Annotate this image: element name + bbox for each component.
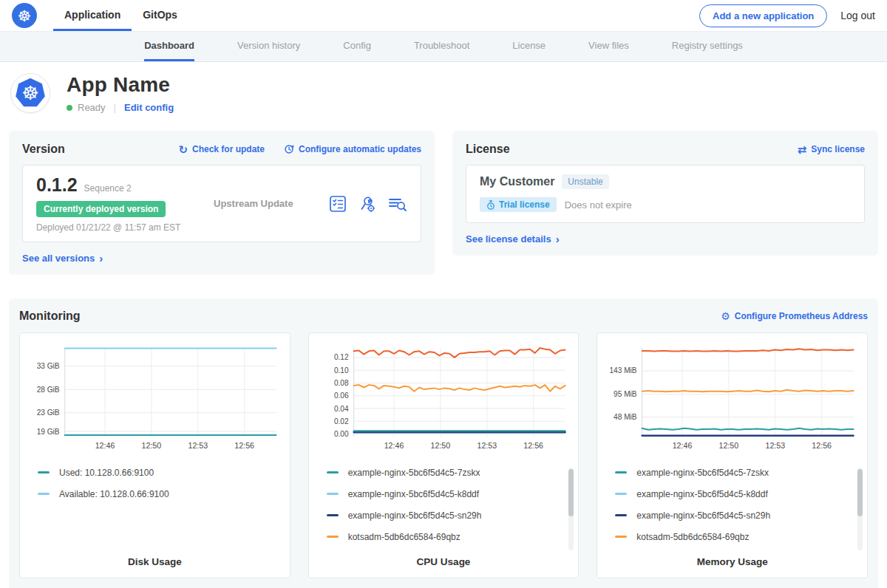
svg-text:23 GiB: 23 GiB [37, 408, 60, 417]
scrollbar-thumb[interactable] [568, 469, 574, 516]
version-source-label: Upstream Update [206, 198, 329, 209]
legend-color-dash [327, 493, 339, 495]
chevron-right-icon: › [556, 233, 560, 245]
legend-scrollbar[interactable] [857, 468, 863, 550]
svg-text:0.12: 0.12 [334, 354, 349, 362]
check-for-update-link[interactable]: ↻ Check for update [178, 144, 265, 155]
subnav-item-dashboard[interactable]: Dashboard [144, 32, 194, 61]
trial-license-badge: Trial license [480, 197, 557, 212]
deployed-timestamp: Deployed 01/21/22 @ 11:57 am EST [36, 222, 206, 233]
svg-text:12:46: 12:46 [384, 441, 404, 450]
legend-color-dash [615, 536, 627, 538]
legend-item: example-nginx-5bc6f5d4c5-sn29h [605, 505, 860, 526]
svg-text:0.10: 0.10 [334, 366, 349, 375]
trial-license-label: Trial license [499, 199, 550, 210]
svg-text:12:50: 12:50 [719, 441, 739, 450]
legend-color-dash [38, 493, 50, 495]
deploy-logs-icon[interactable] [388, 195, 407, 213]
legend-label: example-nginx-5bc6f5d4c5-k8ddf [348, 489, 479, 499]
svg-text:19 GiB: 19 GiB [37, 428, 60, 436]
top-nav-right: Add a new application Log out [699, 4, 875, 27]
disk-usage-chart-card: 33 GiB28 GiB23 GiB19 GiB12:4612:5012:531… [19, 332, 290, 578]
legend-scrollbar[interactable] [568, 468, 574, 550]
svg-text:12:46: 12:46 [673, 441, 693, 450]
legend-color-dash [327, 536, 339, 538]
subnav-item-version-history[interactable]: Version history [237, 32, 300, 61]
version-sequence: Sequence 2 [84, 183, 132, 194]
chart-legend: example-nginx-5bc6f5d4c5-7zskxexample-ng… [605, 462, 860, 549]
disk-usage-chart: 33 GiB28 GiB23 GiB19 GiB12:4612:5012:531… [27, 342, 282, 454]
tab-application[interactable]: Application [53, 0, 132, 31]
config-wrench-icon[interactable] [358, 195, 376, 213]
sync-license-label: Sync license [811, 144, 865, 154]
subnav-item-troubleshoot[interactable]: Troubleshoot [414, 32, 469, 61]
legend-label: example-nginx-5bc6f5d4c5-sn29h [636, 510, 770, 521]
legend-label: example-nginx-5bc6f5d4c5-k8ddf [636, 489, 767, 499]
configure-automatic-updates-link[interactable]: Configure automatic updates [284, 144, 421, 154]
legend-label: example-nginx-5bc6f5d4c5-7zskx [636, 468, 769, 478]
svg-text:95 MiB: 95 MiB [614, 390, 637, 398]
subnav-item-registry-settings[interactable]: Registry settings [672, 32, 743, 61]
status-dot-icon [67, 105, 72, 111]
svg-text:0.08: 0.08 [334, 379, 349, 387]
current-version-panel: 0.1.2 Sequence 2 Currently deployed vers… [22, 165, 421, 242]
svg-text:0.02: 0.02 [334, 417, 349, 425]
svg-text:12:56: 12:56 [234, 441, 254, 450]
app-header: ☸ App Name Ready | Edit config [0, 62, 887, 123]
sync-arrows-icon: ⇄ [798, 144, 807, 155]
see-license-details-link[interactable]: See license details › [466, 233, 560, 245]
svg-text:12:46: 12:46 [95, 441, 115, 450]
helm-wheel-glyph: ☸ [18, 8, 32, 24]
legend-label: kotsadm-5db6dc6584-69qbz [348, 532, 461, 542]
see-license-details-label: See license details [466, 233, 551, 245]
legend-label: example-nginx-5bc6f5d4c5-7zskx [348, 468, 480, 478]
tab-gitops[interactable]: GitOps [132, 0, 188, 31]
legend-color-dash [615, 514, 627, 516]
preflight-checks-icon[interactable] [329, 195, 347, 213]
configure-prometheus-link[interactable]: ⚙ Configure Prometheus Address [721, 311, 868, 321]
configure-prometheus-label: Configure Prometheus Address [735, 311, 868, 321]
legend-color-dash [615, 471, 627, 474]
version-card-title: Version [22, 143, 65, 156]
svg-text:0.00: 0.00 [334, 430, 349, 438]
helm-wheel-glyph: ☸ [21, 83, 38, 103]
kubernetes-logo-icon[interactable]: ☸ [12, 3, 37, 28]
scrollbar-thumb[interactable] [857, 469, 863, 516]
chart-legend: example-nginx-5bc6f5d4c5-7zskxexample-ng… [316, 462, 571, 549]
cpu-usage-chart: 0.120.100.080.060.040.020.0012:4612:5012… [316, 342, 571, 454]
see-all-versions-link[interactable]: See all versions › [22, 253, 103, 264]
legend-label: example-nginx-5bc6f5d4c5-sn29h [348, 510, 482, 521]
chart-title: Memory Usage [605, 556, 860, 567]
svg-text:48 MiB: 48 MiB [614, 413, 637, 421]
subnav-item-config[interactable]: Config [343, 32, 371, 61]
refresh-icon: ↻ [178, 144, 188, 155]
subnav-item-view-files[interactable]: View files [588, 32, 629, 61]
memory-usage-chart-card: 143 MiB95 MiB48 MiB12:4612:5012:5312:56 … [597, 332, 868, 578]
top-nav-tabs: Application GitOps [53, 0, 188, 31]
add-new-application-button[interactable]: Add a new application [699, 4, 827, 27]
edit-config-link[interactable]: Edit config [124, 102, 174, 113]
legend-color-dash [38, 471, 50, 474]
dashboard-sub-nav: Dashboard Version history Config Trouble… [0, 31, 887, 62]
log-out-link[interactable]: Log out [840, 10, 875, 21]
sync-license-link[interactable]: ⇄ Sync license [798, 144, 865, 155]
legend-item: Available: 10.128.0.66:9100 [27, 483, 282, 505]
svg-text:12:56: 12:56 [812, 441, 832, 450]
version-card: Version ↻ Check for update Configure aut… [9, 131, 435, 275]
monitoring-title: Monitoring [19, 310, 81, 323]
legend-item: example-nginx-5bc6f5d4c5-k8ddf [316, 483, 571, 505]
currently-deployed-badge: Currently deployed version [36, 201, 166, 217]
svg-text:143 MiB: 143 MiB [610, 367, 637, 375]
license-card: License ⇄ Sync license My Customer Unsta… [452, 131, 878, 256]
subnav-item-license[interactable]: License [512, 32, 546, 61]
svg-text:28 GiB: 28 GiB [37, 386, 60, 394]
stopwatch-icon [486, 200, 495, 210]
svg-text:0.06: 0.06 [334, 392, 349, 400]
svg-text:0.04: 0.04 [334, 405, 349, 413]
chart-legend: Used: 10.128.0.66:9100Available: 10.128.… [27, 462, 282, 549]
check-for-update-label: Check for update [192, 144, 265, 154]
see-all-versions-label: See all versions [22, 253, 95, 264]
legend-color-dash [327, 471, 339, 474]
gear-icon: ⚙ [721, 311, 730, 321]
divider: | [114, 102, 116, 113]
